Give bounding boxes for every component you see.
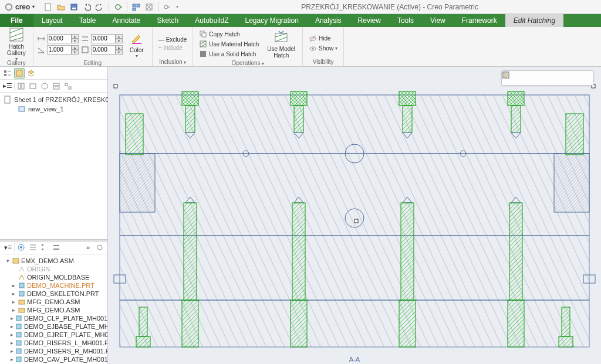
open-file-icon[interactable] — [56, 2, 66, 12]
undo-icon[interactable] — [82, 2, 92, 12]
model-tree-item[interactable]: ▸DEMO_CLP_PLATE_MH001.PRT — [1, 314, 106, 322]
drawing-canvas[interactable]: A-A — [108, 67, 601, 364]
display-style-icon[interactable] — [568, 72, 579, 84]
show-button[interactable]: Show — [306, 44, 340, 53]
tab-sketch[interactable]: Sketch — [148, 14, 187, 27]
model-tree-toolbar: ▾☰ » — [0, 241, 107, 254]
drawing-tree-toolbar — [0, 67, 107, 80]
tab-framework[interactable]: Framework — [454, 14, 505, 27]
view-icon-2[interactable] — [28, 81, 38, 91]
material-hatch-button[interactable]: Use Material Hatch — [197, 39, 261, 49]
svg-rect-65 — [16, 316, 21, 321]
tab-view[interactable]: View — [422, 14, 454, 27]
model-tree-item[interactable]: ▸DEMO_EJBASE_PLATE_MH001.PRT — [1, 322, 106, 331]
tree-layer-icon[interactable] — [26, 68, 36, 79]
collapse-icon[interactable] — [580, 72, 592, 84]
tab-table[interactable]: Table — [71, 14, 104, 27]
tab-layout[interactable]: Layout — [33, 14, 71, 27]
svg-rect-109 — [508, 300, 524, 347]
tree-filter-icon[interactable] — [14, 68, 25, 79]
drawing-tree-view[interactable]: new_view_1 — [1, 104, 106, 114]
regen-icon[interactable] — [113, 2, 123, 12]
tab-tools[interactable]: Tools — [389, 14, 422, 27]
model-tree-item[interactable]: ORIGIN_MOLDBASE — [1, 273, 106, 281]
include-button[interactable]: +Include — [156, 44, 190, 52]
tab-review[interactable]: Review — [350, 14, 389, 27]
svg-rect-21 — [132, 43, 141, 44]
model-tree-item[interactable]: ORIGIN — [1, 265, 106, 273]
redo-icon[interactable] — [94, 2, 105, 12]
tab-edit-hatching[interactable]: Edit Hatching — [505, 14, 563, 27]
close-window-icon[interactable] — [144, 2, 154, 12]
copy-hatch-button[interactable]: Copy Hatch — [197, 29, 261, 39]
drawing-tree-root[interactable]: Sheet 1 of PRZEKRÓJ_KRESKOWANIE.DRW — [1, 95, 106, 104]
svg-point-51 — [20, 246, 22, 249]
hide-button[interactable]: Hide — [306, 34, 340, 43]
mt-more-icon[interactable]: » — [83, 242, 93, 253]
model-tree-item[interactable]: ▸DEMO_CAV_PLATE_MH001.PRT — [1, 355, 106, 363]
tab-autobuildz[interactable]: AutobuildZ — [187, 14, 237, 27]
svg-rect-56 — [42, 249, 43, 250]
angle-spinner[interactable]: ▴▾ — [47, 45, 79, 55]
view-icon-5[interactable] — [63, 81, 73, 91]
save-icon[interactable] — [69, 2, 79, 12]
svg-point-34 — [312, 47, 314, 49]
view-float-toolbar — [501, 70, 594, 86]
svg-rect-47 — [69, 87, 71, 89]
svg-point-43 — [42, 83, 48, 89]
mt-list2-icon[interactable] — [39, 242, 50, 253]
svg-rect-1 — [45, 4, 50, 11]
svg-rect-46 — [65, 83, 67, 86]
spacing-spinner[interactable]: ▴▾ — [47, 34, 79, 43]
repaint-icon[interactable] — [542, 72, 553, 84]
model-tree-root[interactable]: ▾EMX_DEMO.ASM — [1, 257, 106, 265]
svg-rect-60 — [13, 258, 19, 263]
show-icon — [309, 45, 317, 53]
model-tree-item[interactable]: ▸DEMO_RISERS_R_MH001.PRT — [1, 347, 106, 355]
title-bar: creo ▾ ▾ PRZEKRÓJ_KRESKOWANIE (Active) -… — [0, 0, 601, 14]
use-model-hatch-button[interactable]: Use Model Hatch — [264, 28, 299, 60]
svg-rect-106 — [401, 203, 414, 300]
tab-legacy[interactable]: Legacy Migration — [237, 14, 307, 27]
tree-config-icon[interactable] — [2, 68, 13, 79]
solid-hatch-button[interactable]: Use a Solid Hatch — [197, 49, 261, 59]
model-tree-item[interactable]: ▸DEMO_EJRET_PLATE_MH001.PRT — [1, 331, 106, 339]
tab-annotate[interactable]: Annotate — [104, 14, 148, 27]
svg-point-0 — [6, 4, 12, 10]
model-tree-item[interactable]: ▸DEMO_MACHINE.PRT — [1, 281, 106, 290]
app-logo-text: creo — [15, 3, 30, 11]
model-tree-item[interactable]: ▸DEMO_RISERS_L_MH001.PRT — [1, 339, 106, 347]
zoom-fit-icon[interactable] — [516, 72, 528, 84]
color-button[interactable]: Color — [125, 28, 148, 60]
windows-icon[interactable] — [131, 2, 141, 12]
svg-rect-67 — [16, 332, 21, 337]
view-icon-3[interactable] — [39, 81, 50, 91]
svg-rect-20 — [82, 47, 88, 53]
mt-list1-icon[interactable] — [28, 242, 38, 253]
mt-settings-icon[interactable] — [94, 242, 105, 253]
offset-spinner[interactable]: ▴▾ — [91, 34, 123, 43]
tab-file[interactable]: File — [0, 14, 33, 27]
svg-rect-5 — [133, 4, 136, 7]
model-tree-item[interactable]: ▸MFG_DEMO.ASM — [1, 298, 106, 306]
exclude-button[interactable]: —Exclude — [156, 36, 190, 43]
zoom-in-icon[interactable] — [529, 72, 541, 84]
mt-expand-icon[interactable]: ▾☰ — [2, 242, 13, 253]
hatch-gallery-button[interactable]: Hatch Gallery — [4, 28, 29, 60]
mt-list3-icon[interactable] — [51, 242, 62, 253]
scale-spinner[interactable]: ▴▾ — [91, 45, 123, 55]
mt-filter-icon[interactable] — [16, 242, 26, 253]
tab-analysis[interactable]: Analysis — [307, 14, 350, 27]
new-file-icon[interactable] — [43, 2, 53, 12]
model-tree-item[interactable]: ▸DEMO_SKELETON.PRT — [1, 290, 106, 298]
side-panel: ▸☰ Sheet 1 of PRZEKRÓJ_KRESKOWANIE.DRW n… — [0, 67, 108, 364]
svg-rect-39 — [16, 70, 22, 76]
model-tree-item[interactable]: ▸MFG_DEMO.ASM — [1, 306, 106, 314]
view-icon-4[interactable] — [51, 81, 62, 91]
toggle-icon[interactable] — [162, 2, 173, 12]
view-icon-1[interactable] — [16, 81, 26, 91]
svg-rect-113 — [559, 336, 573, 347]
sheet-icon-tool[interactable] — [555, 72, 566, 84]
expand-all-icon[interactable]: ▸☰ — [2, 81, 13, 91]
group-label-inclusion[interactable]: Inclusion — [156, 59, 190, 66]
